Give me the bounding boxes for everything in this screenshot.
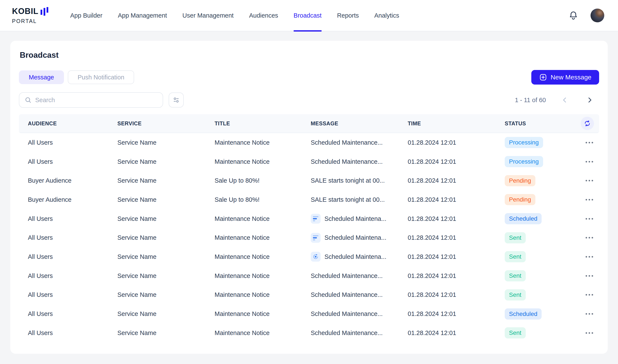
nav-item-app-management[interactable]: App Management bbox=[118, 0, 167, 31]
cell-title: Sale Up to 80%! bbox=[215, 177, 311, 184]
main-nav: App Builder App Management User Manageme… bbox=[70, 0, 399, 31]
table-header: AUDIENCE SERVICE TITLE MESSAGE TIME STAT… bbox=[19, 114, 599, 133]
toolbar-row: 1 - 11 of 60 bbox=[19, 92, 599, 108]
cell-time: 01.28.2024 12:01 bbox=[408, 215, 505, 222]
nav-item-audiences[interactable]: Audiences bbox=[249, 0, 278, 31]
row-actions-button[interactable] bbox=[585, 178, 594, 183]
table-row: All Users Service Name Maintenance Notic… bbox=[19, 228, 599, 247]
ellipsis-icon bbox=[586, 161, 593, 162]
cell-title: Maintenance Notice bbox=[215, 139, 311, 146]
brand-subtitle: PORTAL bbox=[12, 18, 50, 24]
row-actions-button[interactable] bbox=[585, 273, 594, 279]
cell-audience: All Users bbox=[19, 329, 117, 337]
cell-title: Maintenance Notice bbox=[215, 253, 311, 260]
message-text: Scheduled Maintena... bbox=[324, 253, 386, 260]
table-row: All Users Service Name Maintenance Notic… bbox=[19, 266, 599, 286]
status-badge: Pending bbox=[505, 175, 535, 186]
filter-button[interactable] bbox=[169, 92, 184, 107]
message-text: SALE starts tonight at 00... bbox=[311, 177, 385, 184]
cell-service: Service Name bbox=[117, 291, 215, 298]
status-badge: Sent bbox=[505, 289, 526, 300]
row-actions-button[interactable] bbox=[585, 235, 594, 241]
column-status: STATUS bbox=[505, 120, 571, 127]
cell-time: 01.28.2024 12:01 bbox=[408, 329, 505, 337]
tabs-row: Message Push Notification New Message bbox=[19, 70, 599, 85]
row-actions-button[interactable] bbox=[585, 159, 594, 165]
cell-audience: All Users bbox=[19, 234, 117, 241]
user-avatar[interactable] bbox=[591, 9, 604, 22]
nav-item-analytics[interactable]: Analytics bbox=[374, 0, 399, 31]
page-title: Broadcast bbox=[19, 51, 599, 60]
cell-audience: All Users bbox=[19, 272, 117, 279]
cell-time: 01.28.2024 12:01 bbox=[408, 196, 505, 203]
cell-status: Sent bbox=[505, 289, 571, 300]
cell-time: 01.28.2024 12:01 bbox=[408, 139, 505, 146]
cell-message: Scheduled Maintenance... bbox=[311, 272, 408, 279]
row-actions-button[interactable] bbox=[585, 197, 594, 203]
cell-audience: All Users bbox=[19, 291, 117, 298]
nav-item-app-builder[interactable]: App Builder bbox=[70, 0, 102, 31]
row-actions-button[interactable] bbox=[585, 292, 594, 298]
status-badge: Processing bbox=[505, 137, 543, 148]
chevron-right-icon bbox=[586, 96, 593, 104]
ellipsis-icon bbox=[586, 332, 593, 334]
status-badge: Processing bbox=[505, 156, 543, 167]
cell-title: Maintenance Notice bbox=[215, 234, 311, 241]
refresh-icon bbox=[584, 120, 591, 127]
cell-status: Pending bbox=[505, 175, 571, 186]
message-text: Scheduled Maintenance... bbox=[311, 272, 383, 279]
cell-status: Processing bbox=[505, 156, 571, 167]
nav-item-broadcast[interactable]: Broadcast bbox=[294, 0, 322, 31]
column-time: TIME bbox=[408, 120, 505, 127]
message-text: Scheduled Maintenance... bbox=[311, 139, 383, 146]
cell-service: Service Name bbox=[117, 177, 215, 184]
tab-message[interactable]: Message bbox=[19, 70, 64, 84]
cell-time: 01.28.2024 12:01 bbox=[408, 253, 505, 260]
cell-status: Sent bbox=[505, 232, 571, 243]
cell-time: 01.28.2024 12:01 bbox=[408, 291, 505, 298]
cell-time: 01.28.2024 12:01 bbox=[408, 158, 505, 165]
row-actions-button[interactable] bbox=[585, 311, 594, 317]
search-input[interactable] bbox=[35, 97, 157, 104]
tab-push-notification[interactable]: Push Notification bbox=[68, 70, 134, 84]
cell-title: Maintenance Notice bbox=[215, 329, 311, 337]
cell-message: Scheduled Maintena... bbox=[311, 252, 408, 262]
status-badge: Scheduled bbox=[505, 213, 541, 224]
cell-audience: All Users bbox=[19, 215, 117, 222]
pagination: 1 - 11 of 60 bbox=[515, 96, 599, 104]
brand-name: KOBIL bbox=[12, 7, 39, 15]
bell-icon bbox=[568, 10, 579, 21]
cell-message: Scheduled Maintenance... bbox=[311, 310, 408, 317]
message-text: Scheduled Maintenance... bbox=[311, 329, 383, 337]
cell-message: SALE starts tonight at 00... bbox=[311, 196, 408, 203]
row-actions-button[interactable] bbox=[585, 140, 594, 145]
nav-item-user-management[interactable]: User Management bbox=[182, 0, 234, 31]
cell-audience: Buyer Audience bbox=[19, 196, 117, 203]
cell-status: Scheduled bbox=[505, 213, 571, 224]
table-body: All Users Service Name Maintenance Notic… bbox=[19, 133, 599, 342]
status-badge: Sent bbox=[505, 232, 526, 243]
new-message-label: New Message bbox=[551, 74, 592, 81]
row-actions-button[interactable] bbox=[585, 330, 594, 336]
status-badge: Pending bbox=[505, 194, 535, 205]
row-actions-button[interactable] bbox=[585, 254, 594, 260]
new-message-button[interactable]: New Message bbox=[531, 70, 599, 85]
next-page-button[interactable] bbox=[586, 96, 593, 104]
row-actions-button[interactable] bbox=[585, 216, 594, 222]
status-badge: Sent bbox=[505, 270, 526, 281]
plus-square-icon bbox=[539, 73, 547, 81]
search-icon bbox=[25, 96, 32, 104]
nav-item-reports[interactable]: Reports bbox=[337, 0, 359, 31]
refresh-button[interactable] bbox=[581, 117, 594, 130]
cell-service: Service Name bbox=[117, 234, 215, 241]
draft-message-icon bbox=[311, 233, 321, 243]
previous-page-button[interactable] bbox=[561, 96, 569, 104]
cell-message: Scheduled Maintenance... bbox=[311, 291, 408, 298]
ellipsis-icon bbox=[586, 256, 593, 258]
cell-service: Service Name bbox=[117, 329, 215, 337]
message-text: Scheduled Maintenance... bbox=[311, 291, 383, 298]
message-text: Scheduled Maintenance... bbox=[311, 158, 383, 165]
cell-audience: All Users bbox=[19, 310, 117, 317]
status-badge: Scheduled bbox=[505, 308, 541, 320]
notifications-button[interactable] bbox=[568, 10, 579, 21]
